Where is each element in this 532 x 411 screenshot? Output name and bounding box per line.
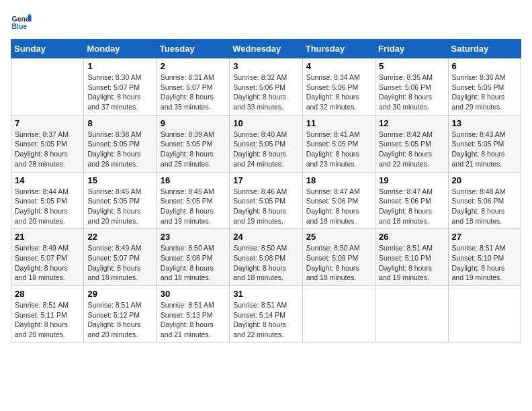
day-number: 15 (87, 175, 152, 185)
week-row-4: 21Sunrise: 8:49 AM Sunset: 5:07 PM Dayli… (11, 229, 521, 286)
header-day-saturday: Saturday (448, 40, 521, 58)
day-number: 14 (15, 175, 80, 185)
day-info: Sunrise: 8:36 AM Sunset: 5:05 PM Dayligh… (452, 73, 517, 112)
day-number: 12 (379, 118, 444, 128)
day-number: 21 (15, 232, 80, 242)
calendar-cell: 19Sunrise: 8:47 AM Sunset: 5:06 PM Dayli… (375, 172, 448, 229)
day-number: 6 (452, 61, 517, 71)
day-number: 5 (379, 61, 444, 71)
day-number: 8 (87, 118, 152, 128)
calendar-header-row: SundayMondayTuesdayWednesdayThursdayFrid… (11, 40, 521, 58)
day-number: 3 (233, 61, 298, 71)
day-info: Sunrise: 8:48 AM Sunset: 5:06 PM Dayligh… (452, 187, 517, 226)
header-day-tuesday: Tuesday (157, 40, 229, 58)
week-row-2: 7Sunrise: 8:37 AM Sunset: 5:05 PM Daylig… (11, 115, 521, 172)
day-number: 28 (15, 289, 80, 299)
day-number: 30 (161, 289, 226, 299)
calendar-cell: 4Sunrise: 8:34 AM Sunset: 5:06 PM Daylig… (302, 58, 375, 116)
calendar-cell: 3Sunrise: 8:32 AM Sunset: 5:06 PM Daylig… (230, 58, 302, 116)
day-info: Sunrise: 8:51 AM Sunset: 5:11 PM Dayligh… (15, 300, 80, 340)
calendar-cell (375, 286, 448, 343)
day-number: 23 (161, 232, 226, 242)
calendar-cell: 21Sunrise: 8:49 AM Sunset: 5:07 PM Dayli… (11, 229, 84, 286)
day-number: 19 (379, 175, 444, 185)
day-number: 24 (233, 232, 298, 242)
svg-marker-3 (28, 13, 32, 15)
day-info: Sunrise: 8:51 AM Sunset: 5:12 PM Dayligh… (87, 300, 152, 340)
logo-icon: General Blue (11, 11, 32, 32)
calendar-cell: 10Sunrise: 8:40 AM Sunset: 5:05 PM Dayli… (230, 115, 302, 172)
calendar-cell: 8Sunrise: 8:38 AM Sunset: 5:05 PM Daylig… (84, 115, 157, 172)
calendar-cell (448, 286, 521, 343)
day-number: 7 (15, 118, 80, 128)
day-number: 9 (161, 118, 226, 128)
calendar-cell: 9Sunrise: 8:39 AM Sunset: 5:05 PM Daylig… (157, 115, 229, 172)
calendar-cell: 23Sunrise: 8:50 AM Sunset: 5:08 PM Dayli… (157, 229, 229, 286)
svg-marker-2 (28, 15, 32, 21)
day-number: 25 (306, 232, 371, 242)
day-info: Sunrise: 8:35 AM Sunset: 5:06 PM Dayligh… (379, 73, 444, 112)
calendar-cell: 26Sunrise: 8:51 AM Sunset: 5:10 PM Dayli… (375, 229, 448, 286)
logo: General Blue (11, 11, 32, 32)
day-number: 10 (233, 118, 298, 128)
calendar-cell: 16Sunrise: 8:45 AM Sunset: 5:05 PM Dayli… (157, 172, 229, 229)
day-info: Sunrise: 8:31 AM Sunset: 5:07 PM Dayligh… (161, 73, 226, 112)
day-info: Sunrise: 8:45 AM Sunset: 5:05 PM Dayligh… (87, 187, 152, 226)
week-row-5: 28Sunrise: 8:51 AM Sunset: 5:11 PM Dayli… (11, 286, 521, 343)
day-info: Sunrise: 8:44 AM Sunset: 5:05 PM Dayligh… (15, 187, 80, 226)
calendar-cell: 14Sunrise: 8:44 AM Sunset: 5:05 PM Dayli… (11, 172, 84, 229)
day-info: Sunrise: 8:51 AM Sunset: 5:13 PM Dayligh… (161, 300, 226, 340)
calendar-cell: 22Sunrise: 8:49 AM Sunset: 5:07 PM Dayli… (84, 229, 157, 286)
day-info: Sunrise: 8:50 AM Sunset: 5:09 PM Dayligh… (306, 243, 371, 283)
day-number: 22 (87, 232, 152, 242)
calendar-cell: 1Sunrise: 8:30 AM Sunset: 5:07 PM Daylig… (84, 58, 157, 116)
day-info: Sunrise: 8:50 AM Sunset: 5:08 PM Dayligh… (161, 243, 226, 283)
calendar-cell: 20Sunrise: 8:48 AM Sunset: 5:06 PM Dayli… (448, 172, 521, 229)
calendar-cell: 29Sunrise: 8:51 AM Sunset: 5:12 PM Dayli… (84, 286, 157, 343)
calendar-cell: 24Sunrise: 8:50 AM Sunset: 5:08 PM Dayli… (230, 229, 302, 286)
day-info: Sunrise: 8:47 AM Sunset: 5:06 PM Dayligh… (306, 187, 371, 226)
day-number: 27 (452, 232, 517, 242)
header: General Blue (11, 11, 521, 32)
day-info: Sunrise: 8:49 AM Sunset: 5:07 PM Dayligh… (15, 243, 80, 283)
calendar-cell: 5Sunrise: 8:35 AM Sunset: 5:06 PM Daylig… (375, 58, 448, 116)
calendar-cell: 6Sunrise: 8:36 AM Sunset: 5:05 PM Daylig… (448, 58, 521, 116)
day-number: 31 (233, 289, 298, 299)
day-info: Sunrise: 8:45 AM Sunset: 5:05 PM Dayligh… (161, 187, 226, 226)
day-info: Sunrise: 8:49 AM Sunset: 5:07 PM Dayligh… (87, 243, 152, 283)
day-number: 26 (379, 232, 444, 242)
calendar-cell (11, 58, 84, 116)
day-number: 4 (306, 61, 371, 71)
day-info: Sunrise: 8:38 AM Sunset: 5:05 PM Dayligh… (87, 130, 152, 169)
svg-text:Blue: Blue (12, 23, 28, 30)
day-number: 13 (452, 118, 517, 128)
day-number: 18 (306, 175, 371, 185)
calendar-cell: 7Sunrise: 8:37 AM Sunset: 5:05 PM Daylig… (11, 115, 84, 172)
day-info: Sunrise: 8:39 AM Sunset: 5:05 PM Dayligh… (161, 130, 226, 169)
calendar-cell: 15Sunrise: 8:45 AM Sunset: 5:05 PM Dayli… (84, 172, 157, 229)
calendar-cell: 27Sunrise: 8:51 AM Sunset: 5:10 PM Dayli… (448, 229, 521, 286)
week-row-3: 14Sunrise: 8:44 AM Sunset: 5:05 PM Dayli… (11, 172, 521, 229)
calendar-cell: 31Sunrise: 8:51 AM Sunset: 5:14 PM Dayli… (230, 286, 302, 343)
calendar-cell: 28Sunrise: 8:51 AM Sunset: 5:11 PM Dayli… (11, 286, 84, 343)
day-info: Sunrise: 8:43 AM Sunset: 5:05 PM Dayligh… (452, 130, 517, 169)
header-day-monday: Monday (84, 40, 157, 58)
day-info: Sunrise: 8:51 AM Sunset: 5:10 PM Dayligh… (379, 243, 444, 283)
day-number: 2 (161, 61, 226, 71)
calendar-table: SundayMondayTuesdayWednesdayThursdayFrid… (11, 39, 521, 343)
calendar-cell: 2Sunrise: 8:31 AM Sunset: 5:07 PM Daylig… (157, 58, 229, 116)
header-day-friday: Friday (375, 40, 448, 58)
day-info: Sunrise: 8:32 AM Sunset: 5:06 PM Dayligh… (233, 73, 298, 112)
day-number: 20 (452, 175, 517, 185)
calendar-cell: 12Sunrise: 8:42 AM Sunset: 5:05 PM Dayli… (375, 115, 448, 172)
header-day-wednesday: Wednesday (230, 40, 302, 58)
day-info: Sunrise: 8:34 AM Sunset: 5:06 PM Dayligh… (306, 73, 371, 112)
calendar-cell: 17Sunrise: 8:46 AM Sunset: 5:05 PM Dayli… (230, 172, 302, 229)
header-day-thursday: Thursday (302, 40, 375, 58)
day-info: Sunrise: 8:30 AM Sunset: 5:07 PM Dayligh… (87, 73, 152, 112)
day-number: 17 (233, 175, 298, 185)
calendar-cell: 25Sunrise: 8:50 AM Sunset: 5:09 PM Dayli… (302, 229, 375, 286)
day-number: 11 (306, 118, 371, 128)
calendar-cell: 11Sunrise: 8:41 AM Sunset: 5:05 PM Dayli… (302, 115, 375, 172)
day-info: Sunrise: 8:42 AM Sunset: 5:05 PM Dayligh… (379, 130, 444, 169)
